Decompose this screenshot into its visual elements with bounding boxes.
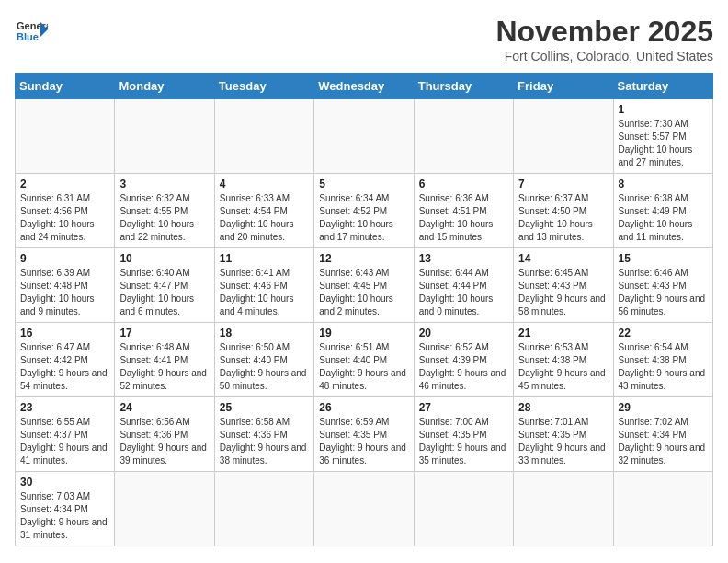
- calendar-day-cell: 21Sunrise: 6:53 AM Sunset: 4:38 PM Dayli…: [514, 323, 613, 397]
- calendar-day-cell: 20Sunrise: 6:52 AM Sunset: 4:39 PM Dayli…: [414, 323, 513, 397]
- calendar-day-cell: 29Sunrise: 7:02 AM Sunset: 4:34 PM Dayli…: [613, 397, 712, 472]
- location: Fort Collins, Colorado, United States: [495, 49, 713, 63]
- day-number: 30: [20, 476, 109, 488]
- day-number: 3: [119, 178, 209, 190]
- day-number: 11: [220, 252, 309, 265]
- weekday-header: Thursday: [414, 74, 513, 99]
- day-number: 16: [20, 327, 109, 339]
- calendar-week-row: 2Sunrise: 6:31 AM Sunset: 4:56 PM Daylig…: [16, 174, 713, 248]
- calendar-day-cell: 16Sunrise: 6:47 AM Sunset: 4:42 PM Dayli…: [16, 323, 115, 397]
- calendar-day-cell: 28Sunrise: 7:01 AM Sunset: 4:35 PM Dayli…: [514, 397, 613, 472]
- calendar-day-cell: [214, 472, 313, 546]
- day-info: Sunrise: 6:46 AM Sunset: 4:43 PM Dayligh…: [619, 267, 708, 318]
- calendar-day-cell: 18Sunrise: 6:50 AM Sunset: 4:40 PM Dayli…: [214, 323, 313, 397]
- day-info: Sunrise: 6:54 AM Sunset: 4:38 PM Dayligh…: [619, 341, 708, 393]
- calendar-day-cell: 4Sunrise: 6:33 AM Sunset: 4:54 PM Daylig…: [214, 174, 313, 248]
- calendar-day-cell: 6Sunrise: 6:36 AM Sunset: 4:51 PM Daylig…: [414, 174, 513, 248]
- calendar-day-cell: 25Sunrise: 6:58 AM Sunset: 4:36 PM Dayli…: [214, 397, 313, 472]
- calendar-day-cell: [314, 472, 414, 546]
- day-number: 25: [220, 401, 309, 414]
- day-info: Sunrise: 6:56 AM Sunset: 4:36 PM Dayligh…: [119, 416, 209, 467]
- calendar-day-cell: 7Sunrise: 6:37 AM Sunset: 4:50 PM Daylig…: [514, 174, 613, 248]
- page-header: General Blue November 2025 Fort Collins,…: [15, 15, 713, 63]
- calendar-week-row: 30Sunrise: 7:03 AM Sunset: 4:34 PM Dayli…: [16, 472, 713, 546]
- day-info: Sunrise: 6:51 AM Sunset: 4:40 PM Dayligh…: [319, 341, 408, 393]
- day-number: 2: [20, 178, 109, 190]
- calendar-day-cell: [16, 99, 115, 174]
- day-number: 28: [518, 401, 608, 414]
- day-info: Sunrise: 6:32 AM Sunset: 4:55 PM Dayligh…: [119, 192, 209, 244]
- calendar-day-cell: 27Sunrise: 7:00 AM Sunset: 4:35 PM Dayli…: [414, 397, 513, 472]
- calendar-day-cell: 9Sunrise: 6:39 AM Sunset: 4:48 PM Daylig…: [16, 248, 115, 323]
- calendar-day-cell: 10Sunrise: 6:40 AM Sunset: 4:47 PM Dayli…: [115, 248, 214, 323]
- day-number: 1: [619, 103, 708, 116]
- day-info: Sunrise: 7:03 AM Sunset: 4:34 PM Dayligh…: [20, 490, 109, 542]
- day-info: Sunrise: 6:41 AM Sunset: 4:46 PM Dayligh…: [220, 267, 309, 318]
- day-number: 26: [319, 401, 408, 414]
- calendar-day-cell: 5Sunrise: 6:34 AM Sunset: 4:52 PM Daylig…: [314, 174, 414, 248]
- month-title: November 2025: [495, 15, 713, 49]
- day-number: 20: [419, 327, 508, 339]
- day-info: Sunrise: 6:39 AM Sunset: 4:48 PM Dayligh…: [20, 267, 109, 318]
- day-info: Sunrise: 6:58 AM Sunset: 4:36 PM Dayligh…: [220, 416, 309, 467]
- day-info: Sunrise: 6:59 AM Sunset: 4:35 PM Dayligh…: [319, 416, 408, 467]
- day-info: Sunrise: 6:47 AM Sunset: 4:42 PM Dayligh…: [20, 341, 109, 393]
- day-number: 10: [119, 252, 209, 265]
- day-info: Sunrise: 6:52 AM Sunset: 4:39 PM Dayligh…: [419, 341, 508, 393]
- calendar-week-row: 23Sunrise: 6:55 AM Sunset: 4:37 PM Dayli…: [16, 397, 713, 472]
- day-number: 19: [319, 327, 408, 339]
- day-number: 13: [419, 252, 508, 265]
- day-number: 21: [518, 327, 608, 339]
- day-number: 23: [20, 401, 109, 414]
- day-info: Sunrise: 6:33 AM Sunset: 4:54 PM Dayligh…: [220, 192, 309, 244]
- calendar-day-cell: 12Sunrise: 6:43 AM Sunset: 4:45 PM Dayli…: [314, 248, 414, 323]
- weekday-header: Saturday: [613, 74, 712, 99]
- day-info: Sunrise: 7:00 AM Sunset: 4:35 PM Dayligh…: [419, 416, 508, 467]
- calendar-week-row: 16Sunrise: 6:47 AM Sunset: 4:42 PM Dayli…: [16, 323, 713, 397]
- calendar-table: SundayMondayTuesdayWednesdayThursdayFrid…: [15, 73, 713, 546]
- weekday-header: Monday: [115, 74, 214, 99]
- calendar-day-cell: 24Sunrise: 6:56 AM Sunset: 4:36 PM Dayli…: [115, 397, 214, 472]
- calendar-day-cell: [514, 472, 613, 546]
- svg-text:Blue: Blue: [17, 31, 39, 42]
- weekday-header: Sunday: [16, 74, 115, 99]
- calendar-day-cell: [613, 472, 712, 546]
- day-number: 27: [419, 401, 508, 414]
- calendar-day-cell: [115, 472, 214, 546]
- day-number: 22: [619, 327, 708, 339]
- day-number: 17: [119, 327, 209, 339]
- calendar-week-row: 1Sunrise: 7:30 AM Sunset: 5:57 PM Daylig…: [16, 99, 713, 174]
- calendar-day-cell: [214, 99, 313, 174]
- calendar-day-cell: 13Sunrise: 6:44 AM Sunset: 4:44 PM Dayli…: [414, 248, 513, 323]
- calendar-day-cell: 3Sunrise: 6:32 AM Sunset: 4:55 PM Daylig…: [115, 174, 214, 248]
- logo-icon: General Blue: [15, 15, 48, 48]
- calendar-day-cell: [115, 99, 214, 174]
- calendar-day-cell: [414, 99, 513, 174]
- day-info: Sunrise: 6:31 AM Sunset: 4:56 PM Dayligh…: [20, 192, 109, 244]
- day-info: Sunrise: 6:48 AM Sunset: 4:41 PM Dayligh…: [119, 341, 209, 393]
- day-info: Sunrise: 6:50 AM Sunset: 4:40 PM Dayligh…: [220, 341, 309, 393]
- calendar-day-cell: 26Sunrise: 6:59 AM Sunset: 4:35 PM Dayli…: [314, 397, 414, 472]
- day-info: Sunrise: 6:38 AM Sunset: 4:49 PM Dayligh…: [619, 192, 708, 244]
- weekday-header: Friday: [514, 74, 613, 99]
- day-info: Sunrise: 7:02 AM Sunset: 4:34 PM Dayligh…: [619, 416, 708, 467]
- weekday-header: Tuesday: [214, 74, 313, 99]
- calendar-day-cell: 23Sunrise: 6:55 AM Sunset: 4:37 PM Dayli…: [16, 397, 115, 472]
- title-block: November 2025 Fort Collins, Colorado, Un…: [495, 15, 713, 63]
- day-info: Sunrise: 6:45 AM Sunset: 4:43 PM Dayligh…: [518, 267, 608, 318]
- calendar-day-cell: [414, 472, 513, 546]
- day-number: 14: [518, 252, 608, 265]
- calendar-day-cell: 11Sunrise: 6:41 AM Sunset: 4:46 PM Dayli…: [214, 248, 313, 323]
- day-info: Sunrise: 6:40 AM Sunset: 4:47 PM Dayligh…: [119, 267, 209, 318]
- day-number: 9: [20, 252, 109, 265]
- day-info: Sunrise: 6:53 AM Sunset: 4:38 PM Dayligh…: [518, 341, 608, 393]
- day-number: 18: [220, 327, 309, 339]
- day-info: Sunrise: 6:43 AM Sunset: 4:45 PM Dayligh…: [319, 267, 408, 318]
- day-info: Sunrise: 6:34 AM Sunset: 4:52 PM Dayligh…: [319, 192, 408, 244]
- day-info: Sunrise: 6:44 AM Sunset: 4:44 PM Dayligh…: [419, 267, 508, 318]
- day-info: Sunrise: 6:55 AM Sunset: 4:37 PM Dayligh…: [20, 416, 109, 467]
- day-info: Sunrise: 7:01 AM Sunset: 4:35 PM Dayligh…: [518, 416, 608, 467]
- calendar-day-cell: 8Sunrise: 6:38 AM Sunset: 4:49 PM Daylig…: [613, 174, 712, 248]
- day-number: 8: [619, 178, 708, 190]
- day-number: 7: [518, 178, 608, 190]
